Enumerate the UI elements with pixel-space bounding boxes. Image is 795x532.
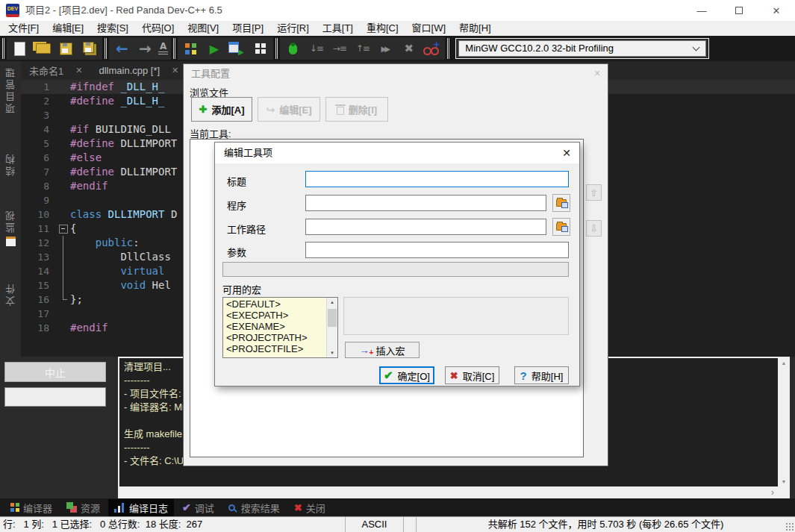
sidebar-tab-1[interactable]: 结构 — [4, 152, 18, 176]
close-icon[interactable]: ✕ — [562, 143, 571, 163]
scroll-right-icon[interactable]: › — [771, 486, 774, 498]
menu-item-5[interactable]: 项目[P] — [225, 21, 270, 36]
scrollbar-thumb[interactable] — [328, 309, 337, 327]
menu-item-3[interactable]: 代码[O] — [135, 21, 181, 36]
compiler-set-select[interactable]: MinGW GCC10.2.0 32-bit Profiling — [458, 40, 706, 57]
tab-dllmain-cpp[interactable]: dllmain.cpp [*] ✕ — [90, 61, 187, 80]
macro-item-1[interactable]: <EXECPATH> — [223, 310, 326, 321]
menu-item-0[interactable]: 文件[F] — [1, 21, 46, 36]
macro-item-4[interactable]: <PROJECTFILE> — [223, 343, 326, 354]
code-text: DllClass — [70, 250, 171, 264]
macro-item-3[interactable]: <PROJECTPATH> — [223, 332, 326, 343]
macro-list-scrollbar[interactable]: ▲ ▼ — [326, 298, 337, 357]
move-up-button[interactable]: ⇧ — [586, 184, 602, 201]
sidebar-tab-2[interactable]: 监视 — [4, 209, 18, 233]
params-input[interactable] — [305, 242, 569, 258]
close-icon[interactable]: ✕ — [75, 66, 82, 75]
back-button[interactable]: ← — [112, 39, 132, 58]
log-horizontal-scrollbar[interactable]: › — [119, 486, 778, 498]
bottom-tab-compiler[interactable]: 编译器 — [4, 499, 58, 516]
menu-item-1[interactable]: 编辑[E] — [46, 21, 90, 36]
ok-button[interactable]: ✔ 确定[O] — [379, 366, 434, 384]
bottom-tabbar: 编译器资源编译日志✔调试搜索结果✖关闭 — [0, 498, 795, 516]
line-number: 2 — [21, 94, 57, 108]
abort-button[interactable]: 中止 — [4, 362, 106, 382]
close-icon[interactable]: ✕ — [590, 67, 604, 80]
step-out-button[interactable]: ↑≡ — [352, 39, 372, 58]
close-button[interactable]: ✕ — [758, 0, 795, 21]
save-all-button[interactable] — [79, 39, 99, 58]
move-down-button[interactable]: ⇩ — [586, 220, 602, 237]
browse-workdir-button[interactable] — [552, 218, 570, 236]
scroll-up-icon[interactable]: ▲ — [778, 360, 790, 366]
menu-item-9[interactable]: 窗口[W] — [405, 21, 453, 36]
macro-item-0[interactable]: <DEFAULT> — [223, 298, 326, 310]
new-file-button[interactable] — [10, 39, 30, 58]
compile-button[interactable] — [181, 39, 201, 58]
line-number: 5 — [21, 137, 57, 151]
debug-button[interactable] — [283, 39, 303, 58]
bottom-tab-search-results[interactable]: 搜索结果 — [222, 499, 286, 516]
edit-tool-button[interactable]: ↪ 编辑[E] — [258, 97, 320, 122]
continue-button[interactable]: ▶▶ — [375, 39, 396, 58]
compiler-icon — [10, 503, 19, 512]
menu-item-4[interactable]: 视图[V] — [181, 21, 225, 36]
resize-grip[interactable] — [785, 522, 794, 531]
cancel-button[interactable]: ✖ 取消[C] — [445, 366, 499, 384]
run-button[interactable]: ▶ — [204, 39, 224, 58]
minimize-button[interactable]: — — [683, 0, 720, 21]
code-text: class DLLIMPORT D — [70, 207, 177, 222]
build-progress-bar — [4, 387, 106, 407]
menu-item-7[interactable]: 工具[T] — [316, 21, 360, 36]
help-button[interactable]: ? 帮助[H] — [514, 366, 569, 384]
code-text: { — [70, 222, 76, 236]
fold-marker[interactable] — [57, 222, 70, 236]
line-number: 8 — [21, 179, 57, 193]
insert-macro-button[interactable]: → + 插入宏 — [345, 342, 420, 358]
close-icon[interactable]: ✕ — [172, 66, 178, 75]
compile-run-button[interactable]: ▶ — [227, 39, 247, 58]
workdir-input[interactable] — [305, 219, 546, 235]
rebuild-button[interactable] — [250, 39, 270, 58]
debug-config-button[interactable]: + — [422, 39, 442, 58]
log-vertical-scrollbar[interactable]: ▲ ▼ — [778, 358, 790, 486]
save-button[interactable] — [56, 39, 76, 58]
fold-marker — [57, 250, 70, 264]
title-input[interactable] — [305, 171, 569, 187]
scroll-up-icon[interactable]: ▲ — [327, 300, 337, 304]
plus-icon: ✚ — [199, 104, 208, 115]
menu-item-8[interactable]: 重构[C] — [360, 21, 405, 36]
bottom-tab-debug[interactable]: ✔调试 — [176, 499, 220, 516]
maximize-button[interactable] — [720, 0, 758, 21]
macro-list[interactable]: <DEFAULT><EXECPATH><EXENAME><PROJECTPATH… — [222, 297, 338, 358]
delete-tool-button[interactable]: 删除[I] — [325, 97, 388, 122]
toolbar-separator — [275, 38, 278, 59]
stop-button[interactable]: ✖ — [399, 39, 419, 58]
scroll-down-icon[interactable]: ▼ — [778, 479, 790, 484]
step-over-button[interactable]: ↓≡ — [306, 39, 326, 58]
code-text: #else — [70, 151, 102, 165]
tab-unnamed1[interactable]: 未命名1 ✕ — [21, 61, 90, 80]
bottom-tab-label: 编译器 — [23, 501, 52, 515]
sidebar-tab-3[interactable]: 文件 — [4, 282, 18, 306]
bottom-tab-compile-log[interactable]: 编译日志 — [108, 499, 174, 516]
bottom-tab-resources[interactable]: 资源 — [60, 499, 106, 516]
toolbar-separator — [105, 38, 107, 59]
bottom-tab-close-panel[interactable]: ✖关闭 — [288, 499, 331, 516]
menu-item-10[interactable]: 帮助[H] — [452, 21, 498, 36]
program-input[interactable] — [305, 195, 546, 211]
find-in-files-button[interactable]: A — [158, 43, 168, 54]
sidebar-tab-0[interactable]: 项目管理 — [4, 66, 18, 113]
forward-button[interactable]: → — [135, 39, 155, 58]
folder-browse-icon — [556, 223, 567, 231]
cancel-label: 取消[C] — [463, 369, 495, 383]
code-text: #if BUILDING_DLL — [70, 122, 171, 137]
menu-item-6[interactable]: 运行[R] — [270, 21, 316, 36]
macro-item-2[interactable]: <EXENAME> — [223, 321, 326, 332]
open-folder-button[interactable] — [33, 39, 53, 58]
menu-item-2[interactable]: 搜索[S] — [90, 21, 135, 36]
add-tool-button[interactable]: ✚ 添加[A] — [191, 97, 252, 122]
scroll-down-icon[interactable]: ▼ — [327, 351, 337, 355]
step-into-button[interactable]: →≡ — [329, 39, 349, 58]
browse-program-button[interactable] — [552, 194, 570, 212]
